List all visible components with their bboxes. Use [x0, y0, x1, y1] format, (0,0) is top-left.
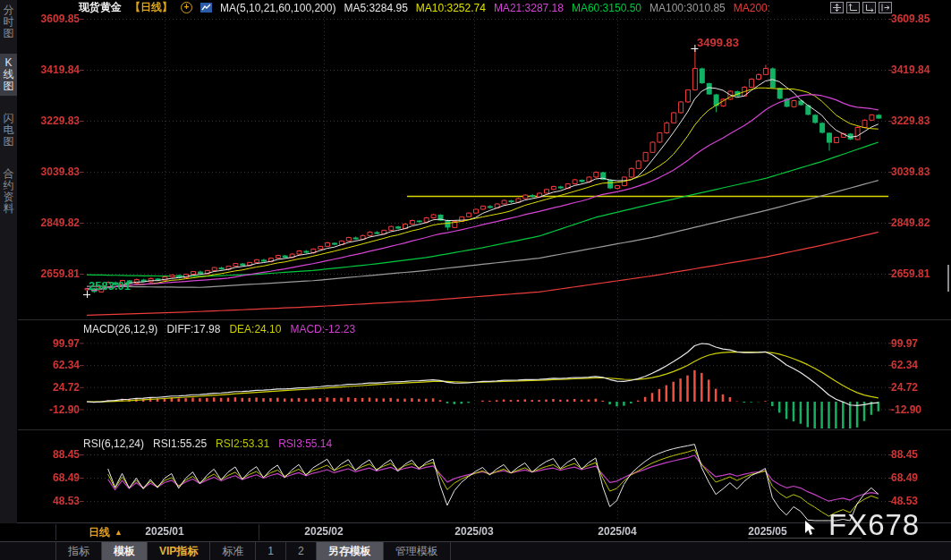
rsi-settings-label: RSI(6,12,24) — [83, 437, 144, 450]
macd-diff-value: DIFF:17.98 — [166, 323, 220, 335]
rsi-axis-label: 88.45 — [18, 449, 80, 460]
price-chart-canvas[interactable] — [0, 0, 951, 560]
manage-template-button[interactable]: 管理模板 — [383, 542, 451, 560]
layout-center-icon[interactable] — [830, 2, 844, 13]
month-axis-label: 2025/04 — [577, 525, 658, 538]
tab-vip-indicators[interactable]: VIP指标 — [147, 542, 209, 560]
price-axis-label: 3419.84 — [18, 64, 80, 75]
macd-label-row: MACD(26,12,9) DIFF:17.98 DEA:24.10 MACD:… — [83, 323, 355, 335]
ma-settings-label: MA(5,10,21,60,100,200) — [220, 2, 335, 14]
sidebar-item-lightning-chart[interactable]: 闪电图 — [0, 113, 17, 148]
chart-window-controls — [830, 2, 892, 13]
tab-standard[interactable]: 标准 — [209, 542, 255, 560]
chart-header: 现货黄金 【日线】 + MA(5,10,21,60,100,200) MA5:3… — [79, 1, 770, 14]
bottom-toolbar: 指标 模板 VIP指标 标准 1 2 另存模板 管理模板 — [0, 541, 951, 560]
price-axis-label: 2659.81 — [18, 268, 80, 279]
macd-axis-label: 99.97 — [891, 338, 950, 349]
high-price-annotation: 3499.83 — [697, 37, 739, 48]
period-selector-label: 日线 — [89, 525, 110, 540]
tab-indicators[interactable]: 指标 — [55, 542, 101, 560]
ma21-value: MA21:3287.18 — [494, 2, 564, 14]
rsi3-value: RSI3:55.14 — [278, 437, 332, 450]
rsi-label-row: RSI(6,12,24) RSI1:55.25 RSI2:53.31 RSI3:… — [83, 437, 332, 450]
period-label: 【日线】 — [130, 0, 173, 15]
macd-hist-value: MACD:-12.23 — [290, 323, 355, 335]
month-axis-label: 2025/03 — [434, 525, 514, 538]
macd-axis-label: 62.34 — [891, 360, 950, 370]
left-sidebar: 分时图 K线图 闪电图 合约资料 — [0, 0, 17, 523]
ma200-value: MA200: — [734, 2, 770, 14]
instrument-title: 现货黄金 — [79, 0, 122, 15]
price-axis-label: 3419.84 — [891, 64, 950, 75]
ma5-value: MA5:3284.95 — [344, 2, 407, 14]
rsi-axis-label: 48.53 — [891, 496, 950, 506]
add-overlay-icon[interactable]: + — [181, 2, 192, 13]
macd-axis-label: 24.72 — [891, 382, 950, 393]
tab-template-1[interactable]: 1 — [255, 542, 285, 560]
price-axis-label: 2849.82 — [18, 217, 80, 228]
rsi-axis-label: 88.45 — [891, 449, 950, 460]
rsi1-value: RSI1:55.25 — [153, 437, 207, 450]
macd-axis-label: 24.72 — [18, 382, 80, 393]
macd-axis-label: -12.90 — [891, 404, 950, 415]
save-template-button[interactable]: 另存模板 — [316, 542, 383, 560]
ma60-value: MA60:3150.50 — [572, 2, 641, 14]
macd-settings-label: MACD(26,12,9) — [83, 323, 157, 335]
mini-chart-icon[interactable] — [200, 3, 212, 13]
macd-axis-label: -12.90 — [18, 404, 80, 415]
price-axis-label: 2659.81 — [891, 268, 950, 279]
rsi-axis-label: 68.49 — [891, 472, 950, 483]
tab-templates[interactable]: 模板 — [101, 542, 147, 560]
price-axis-label: 3039.83 — [18, 166, 80, 177]
sidebar-item-kline-chart[interactable]: K线图 — [0, 54, 17, 96]
macd-axis-label: 99.97 — [18, 338, 80, 349]
price-axis-label: 3609.85 — [18, 13, 80, 24]
sidebar-item-time-chart[interactable]: 分时图 — [0, 4, 17, 39]
rsi2-value: RSI2:53.31 — [216, 437, 269, 450]
fx678-watermark: FX678 — [828, 510, 920, 539]
rsi-axis-label: 48.53 — [18, 496, 80, 506]
macd-axis-label: 62.34 — [18, 360, 80, 370]
month-axis-label: 2025/01 — [124, 525, 205, 538]
tab-template-2[interactable]: 2 — [285, 542, 316, 560]
price-axis-label: 3229.83 — [891, 115, 950, 126]
pan-right-icon[interactable] — [879, 2, 892, 13]
sidebar-item-contract-info[interactable]: 合约资料 — [0, 168, 17, 215]
month-axis-label: 2025/05 — [727, 525, 808, 538]
macd-dea-value: DEA:24.10 — [229, 323, 281, 335]
zoom-vertical-axis-icon[interactable] — [846, 2, 860, 13]
price-axis-label: 2849.82 — [891, 217, 950, 228]
month-axis-label: 2025/02 — [284, 525, 364, 538]
ma10-value: MA10:3252.74 — [416, 2, 486, 14]
period-selector-arrow-icon: ▲ — [115, 528, 123, 537]
zoom-horizontal-axis-icon[interactable] — [862, 2, 876, 13]
price-axis-label: 3229.83 — [18, 115, 80, 126]
price-axis-label: 3609.85 — [891, 13, 950, 24]
chart-window: 分时图 K线图 闪电图 合约资料 现货黄金 【日线】 + MA(5,10,21,… — [0, 0, 951, 560]
ma100-value: MA100:3010.85 — [650, 2, 726, 14]
low-price-annotation: 2583.01 — [89, 280, 131, 292]
price-axis-label: 3039.83 — [891, 166, 950, 177]
rsi-axis-label: 68.49 — [18, 472, 80, 483]
